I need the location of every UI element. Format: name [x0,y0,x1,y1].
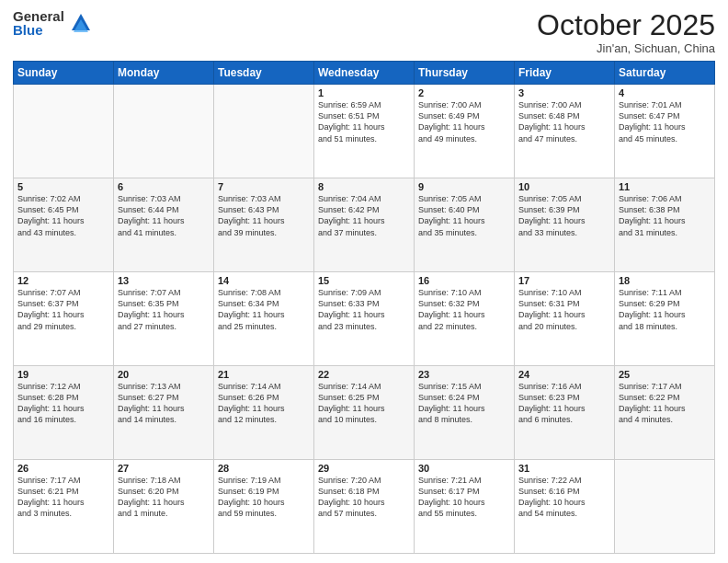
day-info: Sunrise: 7:00 AM Sunset: 6:48 PM Dayligh… [518,99,610,144]
table-row: 12Sunrise: 7:07 AM Sunset: 6:37 PM Dayli… [14,272,114,366]
table-row: 2Sunrise: 7:00 AM Sunset: 6:49 PM Daylig… [415,85,515,178]
day-number: 4 [619,87,711,98]
day-info: Sunrise: 7:00 AM Sunset: 6:49 PM Dayligh… [418,99,510,144]
table-row: 14Sunrise: 7:08 AM Sunset: 6:34 PM Dayli… [214,272,314,366]
day-info: Sunrise: 7:19 AM Sunset: 6:19 PM Dayligh… [218,475,310,520]
table-row: 9Sunrise: 7:05 AM Sunset: 6:40 PM Daylig… [415,178,515,272]
day-number: 22 [318,369,410,380]
table-row: 15Sunrise: 7:09 AM Sunset: 6:33 PM Dayli… [314,272,415,366]
day-number: 15 [318,275,410,286]
table-row: 27Sunrise: 7:18 AM Sunset: 6:20 PM Dayli… [114,460,214,554]
day-number: 31 [518,463,610,474]
table-row [615,460,715,554]
col-thursday: Thursday [415,62,515,85]
day-info: Sunrise: 7:14 AM Sunset: 6:26 PM Dayligh… [218,381,310,426]
day-info: Sunrise: 7:08 AM Sunset: 6:34 PM Dayligh… [218,287,310,332]
day-info: Sunrise: 7:05 AM Sunset: 6:39 PM Dayligh… [518,193,610,238]
day-number: 6 [118,181,210,192]
title-area: October 2025 Jin'an, Sichuan, China [537,9,715,55]
day-info: Sunrise: 7:20 AM Sunset: 6:18 PM Dayligh… [318,475,410,520]
day-number: 29 [318,463,410,474]
day-info: Sunrise: 7:07 AM Sunset: 6:37 PM Dayligh… [17,287,109,332]
col-wednesday: Wednesday [314,62,415,85]
table-row: 25Sunrise: 7:17 AM Sunset: 6:22 PM Dayli… [615,366,715,460]
day-number: 11 [619,181,711,192]
table-row: 29Sunrise: 7:20 AM Sunset: 6:18 PM Dayli… [314,460,415,554]
day-info: Sunrise: 7:03 AM Sunset: 6:44 PM Dayligh… [118,193,210,238]
table-row: 22Sunrise: 7:14 AM Sunset: 6:25 PM Dayli… [314,366,415,460]
logo-general: General [13,9,64,23]
table-row: 26Sunrise: 7:17 AM Sunset: 6:21 PM Dayli… [14,460,114,554]
day-number: 18 [619,275,711,286]
day-number: 24 [518,369,610,380]
day-info: Sunrise: 7:07 AM Sunset: 6:35 PM Dayligh… [118,287,210,332]
day-info: Sunrise: 7:22 AM Sunset: 6:16 PM Dayligh… [518,475,610,520]
day-info: Sunrise: 7:18 AM Sunset: 6:20 PM Dayligh… [118,475,210,520]
logo-icon [68,10,94,36]
table-row: 28Sunrise: 7:19 AM Sunset: 6:19 PM Dayli… [214,460,314,554]
col-friday: Friday [515,62,615,85]
day-number: 26 [17,463,109,474]
table-row [214,85,314,178]
day-info: Sunrise: 7:05 AM Sunset: 6:40 PM Dayligh… [418,193,510,238]
table-row: 7Sunrise: 7:03 AM Sunset: 6:43 PM Daylig… [214,178,314,272]
day-info: Sunrise: 7:13 AM Sunset: 6:27 PM Dayligh… [118,381,210,426]
day-number: 12 [17,275,109,286]
day-info: Sunrise: 7:10 AM Sunset: 6:31 PM Dayligh… [518,287,610,332]
table-row: 17Sunrise: 7:10 AM Sunset: 6:31 PM Dayli… [515,272,615,366]
calendar-week-row: 19Sunrise: 7:12 AM Sunset: 6:28 PM Dayli… [14,366,715,460]
table-row: 6Sunrise: 7:03 AM Sunset: 6:44 PM Daylig… [114,178,214,272]
table-row: 5Sunrise: 7:02 AM Sunset: 6:45 PM Daylig… [14,178,114,272]
day-info: Sunrise: 7:21 AM Sunset: 6:17 PM Dayligh… [418,475,510,520]
day-number: 7 [218,181,310,192]
col-monday: Monday [114,62,214,85]
table-row: 8Sunrise: 7:04 AM Sunset: 6:42 PM Daylig… [314,178,415,272]
day-info: Sunrise: 7:03 AM Sunset: 6:43 PM Dayligh… [218,193,310,238]
calendar-table: Sunday Monday Tuesday Wednesday Thursday… [13,61,715,554]
table-row [114,85,214,178]
table-row: 31Sunrise: 7:22 AM Sunset: 6:16 PM Dayli… [515,460,615,554]
calendar-week-row: 5Sunrise: 7:02 AM Sunset: 6:45 PM Daylig… [14,178,715,272]
table-row: 11Sunrise: 7:06 AM Sunset: 6:38 PM Dayli… [615,178,715,272]
day-number: 9 [418,181,510,192]
day-number: 14 [218,275,310,286]
day-number: 2 [418,87,510,98]
table-row: 16Sunrise: 7:10 AM Sunset: 6:32 PM Dayli… [415,272,515,366]
day-number: 3 [518,87,610,98]
table-row: 21Sunrise: 7:14 AM Sunset: 6:26 PM Dayli… [214,366,314,460]
day-info: Sunrise: 6:59 AM Sunset: 6:51 PM Dayligh… [318,99,410,144]
col-tuesday: Tuesday [214,62,314,85]
table-row: 10Sunrise: 7:05 AM Sunset: 6:39 PM Dayli… [515,178,615,272]
day-number: 25 [619,369,711,380]
day-info: Sunrise: 7:04 AM Sunset: 6:42 PM Dayligh… [318,193,410,238]
logo-text: General Blue [13,9,64,37]
day-info: Sunrise: 7:11 AM Sunset: 6:29 PM Dayligh… [619,287,711,332]
day-number: 8 [318,181,410,192]
calendar-header-row: Sunday Monday Tuesday Wednesday Thursday… [14,62,715,85]
day-number: 30 [418,463,510,474]
calendar-week-row: 1Sunrise: 6:59 AM Sunset: 6:51 PM Daylig… [14,85,715,178]
day-number: 17 [518,275,610,286]
day-number: 16 [418,275,510,286]
day-info: Sunrise: 7:15 AM Sunset: 6:24 PM Dayligh… [418,381,510,426]
table-row: 23Sunrise: 7:15 AM Sunset: 6:24 PM Dayli… [415,366,515,460]
month-title: October 2025 [537,9,715,41]
table-row: 13Sunrise: 7:07 AM Sunset: 6:35 PM Dayli… [114,272,214,366]
header: General Blue October 2025 Jin'an, Sichua… [13,9,715,55]
day-info: Sunrise: 7:09 AM Sunset: 6:33 PM Dayligh… [318,287,410,332]
day-number: 1 [318,87,410,98]
table-row: 30Sunrise: 7:21 AM Sunset: 6:17 PM Dayli… [415,460,515,554]
table-row: 4Sunrise: 7:01 AM Sunset: 6:47 PM Daylig… [615,85,715,178]
calendar-body: 1Sunrise: 6:59 AM Sunset: 6:51 PM Daylig… [14,85,715,554]
table-row: 20Sunrise: 7:13 AM Sunset: 6:27 PM Dayli… [114,366,214,460]
logo: General Blue [13,9,94,37]
col-sunday: Sunday [14,62,114,85]
table-row: 19Sunrise: 7:12 AM Sunset: 6:28 PM Dayli… [14,366,114,460]
day-info: Sunrise: 7:17 AM Sunset: 6:21 PM Dayligh… [17,475,109,520]
day-number: 10 [518,181,610,192]
day-info: Sunrise: 7:12 AM Sunset: 6:28 PM Dayligh… [17,381,109,426]
table-row: 1Sunrise: 6:59 AM Sunset: 6:51 PM Daylig… [314,85,415,178]
table-row: 18Sunrise: 7:11 AM Sunset: 6:29 PM Dayli… [615,272,715,366]
day-number: 21 [218,369,310,380]
calendar-week-row: 26Sunrise: 7:17 AM Sunset: 6:21 PM Dayli… [14,460,715,554]
